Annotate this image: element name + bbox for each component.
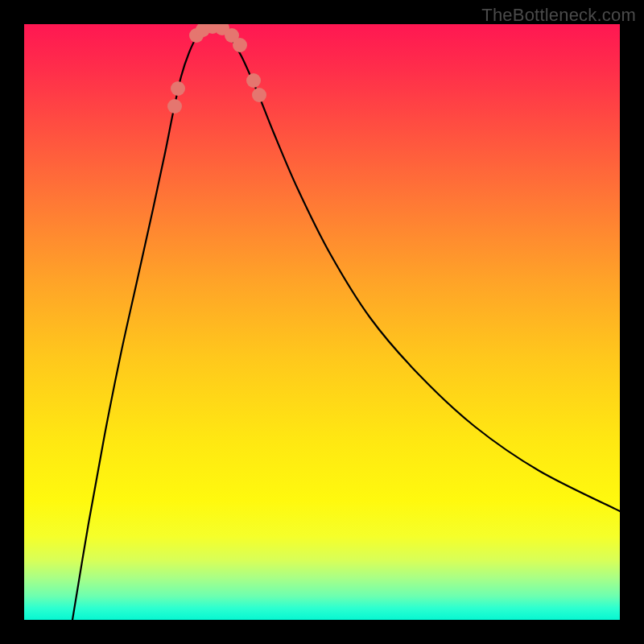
- marker-right-cluster-1: [246, 73, 261, 88]
- marker-bottom-6: [233, 38, 247, 52]
- marker-left-cluster-1: [167, 99, 182, 114]
- curve-markers: [167, 24, 266, 114]
- watermark-text: TheBottleneck.com: [481, 5, 636, 26]
- bottleneck-curve: [72, 26, 620, 620]
- chart-frame: TheBottleneck.com: [0, 0, 644, 644]
- marker-left-cluster-2: [171, 81, 185, 96]
- marker-right-cluster-2: [252, 88, 266, 102]
- plot-area: [24, 24, 620, 620]
- curve-layer: [24, 24, 620, 620]
